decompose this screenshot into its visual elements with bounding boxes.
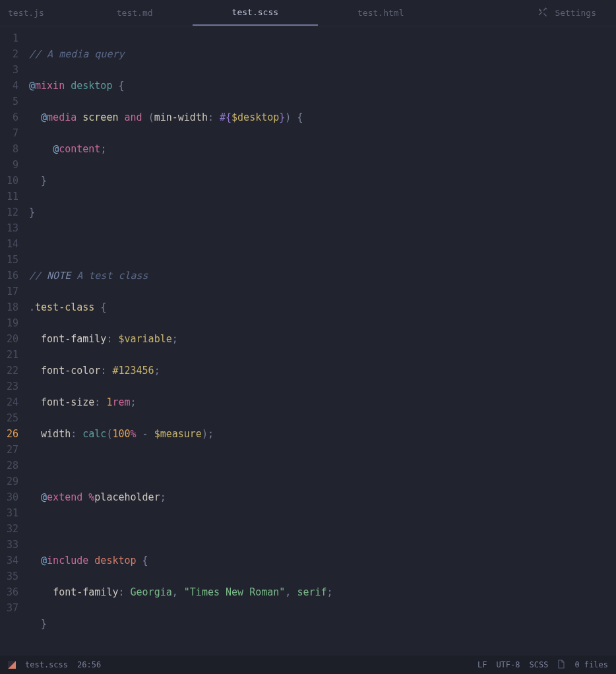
code-token: include bbox=[47, 555, 88, 567]
code-token: font-family bbox=[41, 333, 106, 345]
code-token: A test class bbox=[71, 270, 148, 282]
code-token: calc bbox=[82, 428, 106, 440]
code-token: } bbox=[41, 618, 47, 630]
tab-test-html[interactable]: test.html bbox=[318, 0, 443, 26]
code-token: extend bbox=[47, 491, 82, 503]
code-token: placeholder bbox=[94, 491, 160, 503]
code-content[interactable]: // A media query @mixin desktop { @media… bbox=[29, 30, 616, 656]
status-language[interactable]: SCSS bbox=[530, 660, 549, 669]
status-position[interactable]: 26:56 bbox=[77, 660, 101, 669]
code-token: #{ bbox=[220, 111, 231, 123]
code-token: // bbox=[29, 270, 41, 282]
tab-label: test.scss bbox=[232, 7, 278, 17]
code-token: : bbox=[71, 428, 77, 440]
status-filename[interactable]: test.scss bbox=[25, 660, 68, 669]
code-token: Georgia bbox=[131, 586, 172, 598]
code-token: ; bbox=[208, 428, 214, 440]
code-token: #123456 bbox=[112, 365, 154, 377]
tab-label: test.js bbox=[8, 8, 44, 18]
tab-test-md[interactable]: test.md bbox=[77, 0, 193, 26]
code-token: : bbox=[94, 396, 100, 408]
code-token: { bbox=[118, 80, 124, 92]
code-token: { bbox=[142, 555, 148, 567]
code-token: } bbox=[41, 175, 47, 187]
settings-button[interactable]: Settings bbox=[538, 7, 616, 19]
code-token: ( bbox=[148, 111, 154, 123]
code-token: : bbox=[208, 111, 214, 123]
code-token: NOTE bbox=[47, 270, 71, 282]
line-number-gutter: 12345 678910 1112131415 1617181920 21222… bbox=[0, 30, 29, 656]
code-token: "Times New Roman" bbox=[184, 586, 286, 598]
code-token: - bbox=[137, 428, 154, 440]
code-token: ; bbox=[172, 333, 178, 345]
code-token: min-width bbox=[154, 111, 208, 123]
code-token: } bbox=[279, 111, 285, 123]
code-token: @ bbox=[41, 111, 47, 123]
code-token: : bbox=[118, 586, 124, 598]
code-token: and bbox=[125, 111, 142, 123]
code-token: @ bbox=[53, 143, 59, 155]
code-token: desktop bbox=[94, 555, 136, 567]
code-token: ) bbox=[202, 428, 208, 440]
code-token: , bbox=[172, 586, 178, 598]
code-token: screen bbox=[82, 111, 118, 123]
code-token: ; bbox=[327, 586, 333, 598]
code-token: font-color bbox=[41, 365, 100, 377]
code-token: @ bbox=[41, 491, 47, 503]
code-token: ; bbox=[100, 143, 106, 155]
tab-label: test.html bbox=[357, 8, 404, 18]
code-token: : bbox=[106, 333, 112, 345]
code-token: % bbox=[131, 428, 137, 440]
code-token: $variable bbox=[118, 333, 171, 345]
editor-area[interactable]: 12345 678910 1112131415 1617181920 21222… bbox=[0, 26, 616, 656]
settings-label: Settings bbox=[555, 8, 596, 18]
code-token: . bbox=[29, 301, 35, 313]
code-token: test-class bbox=[35, 301, 94, 313]
modified-icon bbox=[8, 661, 16, 669]
code-token: font-family bbox=[53, 586, 118, 598]
code-token: serif bbox=[297, 586, 326, 598]
code-token: // A media query bbox=[29, 48, 125, 60]
code-token: content bbox=[59, 143, 100, 155]
code-token: $measure bbox=[154, 428, 202, 440]
code-token: media bbox=[47, 111, 77, 123]
status-line-ending[interactable]: LF bbox=[477, 660, 487, 669]
status-encoding[interactable]: UTF-8 bbox=[496, 660, 520, 669]
code-token: rem bbox=[112, 396, 130, 408]
tab-test-scss[interactable]: test.scss bbox=[193, 0, 318, 26]
code-token: width bbox=[41, 428, 71, 440]
tab-bar: test.js test.md test.scss test.html Sett… bbox=[0, 0, 616, 26]
code-token: : bbox=[100, 365, 106, 377]
tab-test-js[interactable]: test.js bbox=[0, 0, 77, 26]
code-token: 100 bbox=[112, 428, 130, 440]
tab-label: test.md bbox=[117, 8, 153, 18]
code-token: ; bbox=[160, 491, 166, 503]
code-token: { bbox=[297, 111, 303, 123]
code-token: font-size bbox=[41, 396, 94, 408]
files-icon bbox=[557, 659, 565, 671]
status-files[interactable]: 0 files bbox=[574, 660, 608, 669]
code-token: % bbox=[88, 491, 94, 503]
code-token: } bbox=[29, 206, 35, 218]
code-token: desktop bbox=[71, 80, 112, 92]
code-token: ; bbox=[131, 396, 137, 408]
code-token: { bbox=[100, 301, 106, 313]
status-bar: test.scss 26:56 LF UTF-8 SCSS 0 files bbox=[0, 656, 616, 674]
code-token: mixin bbox=[35, 80, 65, 92]
code-token: @ bbox=[41, 555, 47, 567]
code-token: @ bbox=[29, 80, 35, 92]
tools-icon bbox=[538, 7, 548, 19]
code-token: , bbox=[285, 586, 291, 598]
code-token: $desktop bbox=[231, 111, 279, 123]
code-token: ) bbox=[285, 111, 291, 123]
code-token: ; bbox=[154, 365, 160, 377]
